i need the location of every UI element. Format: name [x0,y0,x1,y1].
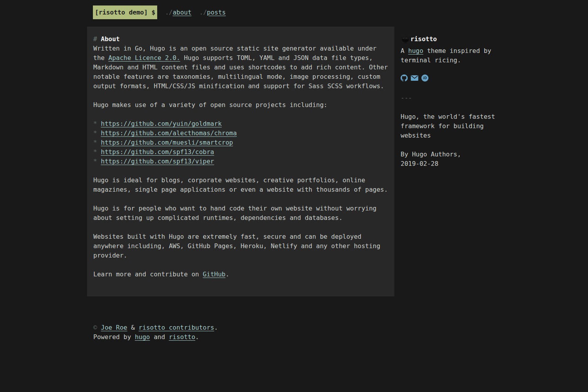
inline-link[interactable]: GitHub [203,270,225,278]
text-run: Websites built with Hugo are extremely f… [93,233,380,259]
inline-link[interactable]: hugo [135,333,150,341]
sidebar-date: 2019-02-28 [401,159,501,169]
list-bullet: * [93,129,101,137]
nav-prefix: ./ [200,9,207,16]
article-paragraph: Hugo is ideal for blogs, corporate websi… [93,176,388,194]
inline-link[interactable]: Apache Licence 2.0. [109,54,180,62]
list-item: * https://github.com/muesli/smartcrop [93,138,388,147]
text-run: . [195,333,199,341]
article-paragraph: Hugo makes use of a variety of open sour… [93,100,388,110]
sidebar-description: Hugo, the world's fastest framework for … [401,112,501,140]
sidebar-tagline: A hugo theme inspired by terminal ricing… [401,46,501,65]
github-link[interactable] [401,74,408,82]
mail-icon [411,75,418,81]
sidebar-byline: By Hugo Authors, [401,150,501,159]
text-run: Powered by [93,333,135,341]
inline-link[interactable]: risotto [169,333,195,341]
article-paragraph: Websites built with Hugo are extremely f… [93,232,388,260]
sidebar-byline-block: By Hugo Authors, 2019-02-28 [401,150,501,169]
nav-item-posts-link[interactable]: posts [207,9,226,16]
list-item: * https://github.com/spf13/viper [93,157,388,166]
nav-item-about-link[interactable]: about [172,9,191,16]
main-grid: # About Written in Go, Hugo is an open s… [87,27,501,296]
article-card: # About Written in Go, Hugo is an open s… [87,27,394,296]
list-item: * https://github.com/spf13/cobra [93,147,388,157]
orcid-icon: iD [421,74,428,82]
list-bullet: * [93,158,101,165]
footer: © Joe Roe & risotto contributors.Powered… [87,323,501,342]
article-paragraph: Learn more and contribute on GitHub. [93,270,388,279]
article-title-text: About [101,35,120,43]
sidebar-title: risotto [410,34,437,44]
list-bullet: * [93,148,101,156]
sidebar-header: risotto [401,34,501,44]
muted-text: © [93,324,101,331]
page-container: [risotto demo] $ ./about./posts # About … [87,5,501,342]
nav-prefix: ./ [165,9,172,16]
heading-marker: # [93,35,97,43]
inline-link[interactable]: risotto contributors [139,324,214,331]
sidebar: risotto A hugo theme inspired by termina… [401,27,501,169]
text-run: & [127,324,139,331]
project-link[interactable]: https://github.com/spf13/viper [101,158,214,165]
text-run: Learn more and contribute on [93,270,203,278]
list-item: * https://github.com/yuin/goldmark [93,119,388,129]
nav-items: ./about./posts [157,8,226,17]
footer-copyright: © Joe Roe & risotto contributors. [93,323,501,332]
top-nav: [risotto demo] $ ./about./posts [93,5,501,19]
text-run: and [150,333,169,341]
footer-powered-by: Powered by hugo and risotto. [93,332,501,342]
inline-link[interactable]: Joe Roe [101,324,127,331]
text-run: Hugo is for people who want to hand code… [93,205,376,221]
project-link[interactable]: https://github.com/muesli/smartcrop [101,139,233,146]
article-body: Written in Go, Hugo is an open source st… [93,44,388,279]
list-bullet: * [93,139,101,146]
article-title: # About [93,34,388,44]
inline-link[interactable]: hugo [408,47,423,54]
text-run: Hugo makes use of a variety of open sour… [93,101,327,109]
social-row: iD [401,74,501,82]
sidebar-separator: --- [401,93,501,103]
rice-bowl-icon [401,34,410,44]
home-prompt-link[interactable]: [risotto demo] $ [93,5,157,19]
text-run: . [214,324,218,331]
email-link[interactable] [411,75,418,81]
text-run: . [225,270,229,278]
text-run: Hugo is ideal for blogs, corporate websi… [93,176,388,193]
project-link[interactable]: https://github.com/alecthomas/chroma [101,129,237,137]
svg-text:iD: iD [423,76,427,80]
nav-item-posts: ./posts [200,9,226,16]
list-bullet: * [93,120,101,127]
project-link-list: * https://github.com/yuin/goldmark* http… [93,119,388,166]
project-link[interactable]: https://github.com/yuin/goldmark [101,120,221,127]
list-item: * https://github.com/alecthomas/chroma [93,129,388,138]
nav-item-about: ./about [165,9,191,16]
github-icon [401,74,408,82]
article-paragraph: Hugo is for people who want to hand code… [93,204,388,223]
article-paragraph: Written in Go, Hugo is an open source st… [93,44,388,91]
orcid-link[interactable]: iD [421,74,428,82]
project-link[interactable]: https://github.com/spf13/cobra [101,148,214,156]
text-run: A [401,47,408,54]
